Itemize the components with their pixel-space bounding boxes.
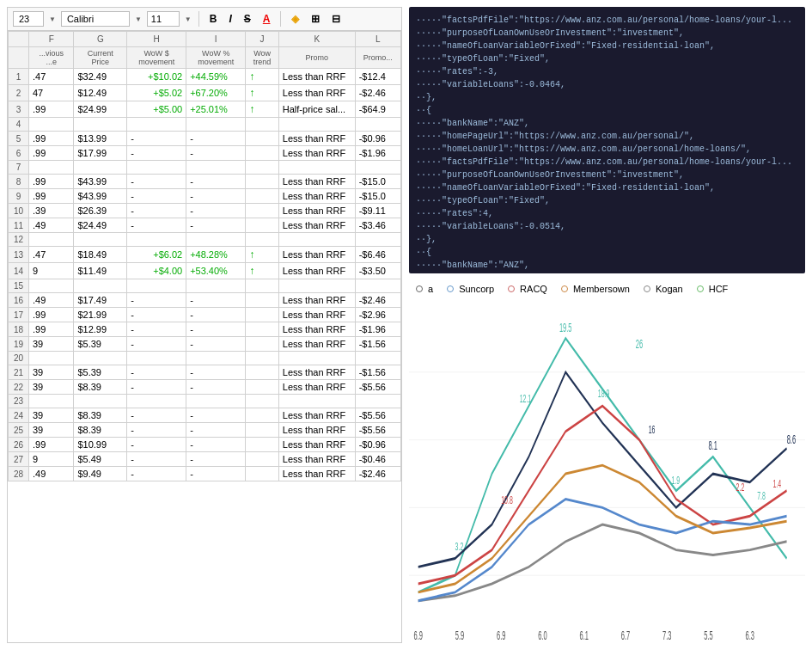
cell-i[interactable]: +67.20% xyxy=(186,85,246,101)
cell-k[interactable]: Half-price sal... xyxy=(278,101,355,118)
font-size-dropdown[interactable]: ▼ xyxy=(185,15,192,23)
cell-g[interactable]: $17.99 xyxy=(74,146,127,161)
cell-k[interactable]: Less than RRF xyxy=(278,308,355,322)
cell-j[interactable]: ↑ xyxy=(246,85,278,101)
cell-g[interactable]: $26.39 xyxy=(74,204,127,218)
cell-f[interactable]: .47 xyxy=(29,247,74,263)
cell-g[interactable]: $17.49 xyxy=(74,293,127,308)
cell-h[interactable] xyxy=(127,118,186,132)
cell-f[interactable]: .47 xyxy=(29,69,74,85)
cell-k[interactable]: Less than RRF xyxy=(278,69,355,85)
cell-j[interactable] xyxy=(246,175,278,189)
cell-i[interactable]: - xyxy=(186,408,246,423)
cell-g[interactable]: $8.39 xyxy=(74,423,127,438)
cell-h[interactable]: +$4.00 xyxy=(127,263,186,279)
cell-k[interactable]: Less than RRF xyxy=(278,423,355,438)
cell-k[interactable]: Less than RRF xyxy=(278,380,355,395)
cell-h[interactable]: - xyxy=(127,467,186,481)
cell-f[interactable]: 9 xyxy=(29,452,74,467)
cell-i[interactable] xyxy=(186,118,246,132)
cell-k[interactable]: Less than RRF xyxy=(278,322,355,337)
cell-h[interactable] xyxy=(127,233,186,247)
cell-j[interactable]: ↑ xyxy=(246,263,278,279)
cell-k[interactable]: Less than RRF xyxy=(278,452,355,467)
cell-f[interactable] xyxy=(29,279,74,293)
cell-j[interactable] xyxy=(246,408,278,423)
cell-l[interactable]: -$5.56 xyxy=(355,380,400,395)
cell-l[interactable]: -$3.46 xyxy=(355,218,400,233)
cell-g[interactable]: $8.39 xyxy=(74,380,127,395)
cell-j[interactable] xyxy=(246,118,278,132)
cell-h[interactable]: - xyxy=(127,146,186,161)
cell-g[interactable]: $21.99 xyxy=(74,308,127,322)
cell-j[interactable] xyxy=(246,395,278,408)
cell-i[interactable]: +48.28% xyxy=(186,247,246,263)
cell-g[interactable]: $8.39 xyxy=(74,408,127,423)
cell-l[interactable] xyxy=(355,352,400,365)
cell-h[interactable] xyxy=(127,161,186,175)
cell-i[interactable]: - xyxy=(186,308,246,322)
cell-j[interactable] xyxy=(246,352,278,365)
col-k-header[interactable]: K xyxy=(278,32,355,47)
cell-j[interactable] xyxy=(246,204,278,218)
cell-k[interactable]: Less than RRF xyxy=(278,146,355,161)
col-j-header[interactable]: J xyxy=(246,32,278,47)
cell-l[interactable]: -$64.9 xyxy=(355,101,400,118)
cell-j[interactable] xyxy=(246,467,278,481)
cell-k[interactable] xyxy=(278,161,355,175)
cell-j[interactable] xyxy=(246,189,278,204)
cell-h[interactable]: +$10.02 xyxy=(127,69,186,85)
cell-i[interactable]: - xyxy=(186,218,246,233)
col-f-header[interactable]: F xyxy=(29,32,74,47)
cell-i[interactable]: - xyxy=(186,423,246,438)
cell-l[interactable]: -$2.46 xyxy=(355,85,400,101)
cell-k[interactable]: Less than RRF xyxy=(278,467,355,481)
underline-button[interactable]: A xyxy=(259,11,274,27)
cell-j[interactable] xyxy=(246,293,278,308)
cell-f[interactable] xyxy=(29,118,74,132)
cell-k[interactable] xyxy=(278,233,355,247)
cell-k[interactable]: Less than RRF xyxy=(278,408,355,423)
borders-button[interactable]: ⊞ xyxy=(308,11,323,27)
cell-h[interactable]: - xyxy=(127,423,186,438)
cell-j[interactable] xyxy=(246,146,278,161)
cell-ref-box[interactable]: 23 xyxy=(13,11,44,27)
cell-g[interactable] xyxy=(74,352,127,365)
cell-j[interactable] xyxy=(246,438,278,452)
cell-j[interactable] xyxy=(246,279,278,293)
col-l-header[interactable]: L xyxy=(355,32,400,47)
cell-h[interactable]: - xyxy=(127,380,186,395)
cell-l[interactable] xyxy=(355,161,400,175)
cell-k[interactable]: Less than RRF xyxy=(278,175,355,189)
cell-h[interactable] xyxy=(127,279,186,293)
cell-l[interactable] xyxy=(355,279,400,293)
cell-g[interactable]: $12.99 xyxy=(74,322,127,337)
cell-i[interactable]: - xyxy=(186,467,246,481)
cell-h[interactable]: - xyxy=(127,408,186,423)
col-g-header[interactable]: G xyxy=(74,32,127,47)
cell-i[interactable]: - xyxy=(186,452,246,467)
cell-i[interactable] xyxy=(186,279,246,293)
cell-l[interactable] xyxy=(355,233,400,247)
cell-h[interactable]: - xyxy=(127,293,186,308)
cell-k[interactable]: Less than RRF xyxy=(278,218,355,233)
cell-l[interactable]: -$9.11 xyxy=(355,204,400,218)
cell-l[interactable]: -$5.56 xyxy=(355,408,400,423)
cell-h[interactable]: - xyxy=(127,322,186,337)
cell-l[interactable]: -$1.56 xyxy=(355,365,400,380)
cell-k[interactable]: Less than RRF xyxy=(278,247,355,263)
cell-g[interactable]: $43.99 xyxy=(74,175,127,189)
cell-l[interactable]: -$1.96 xyxy=(355,146,400,161)
cell-g[interactable]: $12.49 xyxy=(74,85,127,101)
cell-j[interactable] xyxy=(246,365,278,380)
cell-g[interactable] xyxy=(74,395,127,408)
cell-f[interactable]: .49 xyxy=(29,218,74,233)
cell-g[interactable]: $5.49 xyxy=(74,452,127,467)
cell-k[interactable] xyxy=(278,352,355,365)
cell-f[interactable]: 47 xyxy=(29,85,74,101)
cell-l[interactable] xyxy=(355,395,400,408)
cell-j[interactable] xyxy=(246,308,278,322)
cell-k[interactable]: Less than RRF xyxy=(278,293,355,308)
cell-g[interactable]: $32.49 xyxy=(74,69,127,85)
font-size-box[interactable]: 11 xyxy=(147,11,180,27)
